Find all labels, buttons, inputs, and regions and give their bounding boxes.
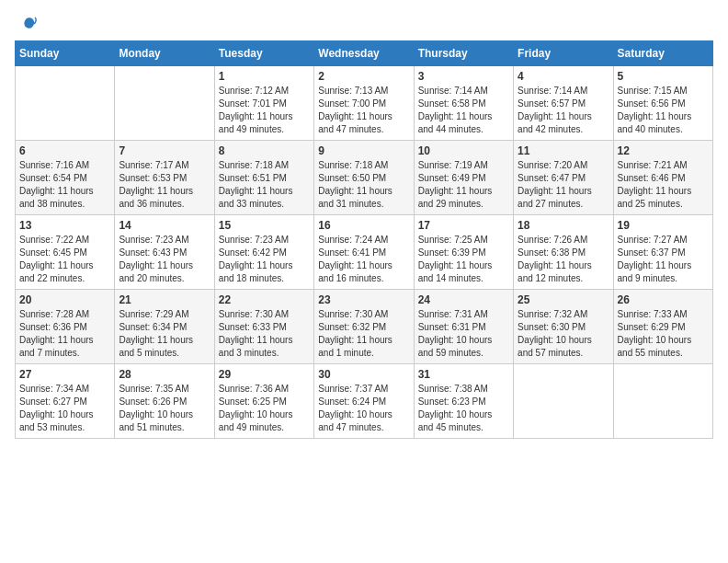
day-number: 10 [418,144,509,157]
day-info: Sunrise: 7:12 AMSunset: 7:01 PMDaylight:… [219,85,310,136]
logo-bird-icon [17,15,37,35]
day-info: Sunrise: 7:28 AMSunset: 6:36 PMDaylight:… [19,308,110,360]
day-number: 16 [318,219,409,232]
calendar-table: SundayMondayTuesdayWednesdayThursdayFrid… [15,40,713,439]
day-cell: 18 Sunrise: 7:26 AMSunset: 6:38 PMDaylig… [514,215,613,290]
header-monday: Monday [115,41,214,66]
day-cell: 15 Sunrise: 7:23 AMSunset: 6:42 PMDaylig… [214,215,313,290]
day-number: 7 [119,144,210,157]
day-number: 24 [418,293,509,306]
day-number: 14 [119,219,210,232]
day-info: Sunrise: 7:30 AMSunset: 6:32 PMDaylight:… [318,308,409,360]
header-wednesday: Wednesday [314,41,414,66]
day-number: 2 [318,70,409,83]
header-saturday: Saturday [613,41,712,66]
day-number: 28 [119,368,210,381]
day-cell: 26 Sunrise: 7:33 AMSunset: 6:29 PMDaylig… [613,290,712,364]
day-info: Sunrise: 7:22 AMSunset: 6:45 PMDaylight:… [19,234,110,285]
day-cell: 8 Sunrise: 7:18 AMSunset: 6:51 PMDayligh… [214,141,313,215]
day-cell: 30 Sunrise: 7:37 AMSunset: 6:24 PMDaylig… [314,364,414,439]
day-info: Sunrise: 7:31 AMSunset: 6:31 PMDaylight:… [418,308,509,360]
day-info: Sunrise: 7:35 AMSunset: 6:26 PMDaylight:… [119,383,210,434]
day-cell: 11 Sunrise: 7:20 AMSunset: 6:47 PMDaylig… [514,141,613,215]
day-cell: 20 Sunrise: 7:28 AMSunset: 6:36 PMDaylig… [16,290,115,364]
day-number: 30 [318,368,409,381]
day-number: 1 [219,70,310,83]
day-info: Sunrise: 7:20 AMSunset: 6:47 PMDaylight:… [518,159,609,211]
day-info: Sunrise: 7:29 AMSunset: 6:34 PMDaylight:… [119,308,210,360]
day-info: Sunrise: 7:30 AMSunset: 6:33 PMDaylight:… [219,308,310,360]
day-number: 27 [19,368,110,381]
day-number: 31 [418,368,509,381]
day-cell: 22 Sunrise: 7:30 AMSunset: 6:33 PMDaylig… [214,290,313,364]
week-row-3: 20 Sunrise: 7:28 AMSunset: 6:36 PMDaylig… [16,290,713,364]
day-cell: 29 Sunrise: 7:36 AMSunset: 6:25 PMDaylig… [214,364,313,439]
day-cell: 17 Sunrise: 7:25 AMSunset: 6:39 PMDaylig… [414,215,513,290]
day-cell: 24 Sunrise: 7:31 AMSunset: 6:31 PMDaylig… [414,290,513,364]
day-info: Sunrise: 7:27 AMSunset: 6:37 PMDaylight:… [618,234,709,285]
day-cell [16,66,115,141]
day-cell: 27 Sunrise: 7:34 AMSunset: 6:27 PMDaylig… [16,364,115,439]
day-number: 29 [219,368,310,381]
header-tuesday: Tuesday [214,41,313,66]
day-cell: 4 Sunrise: 7:14 AMSunset: 6:57 PMDayligh… [514,66,613,141]
day-info: Sunrise: 7:25 AMSunset: 6:39 PMDaylight:… [418,234,509,285]
day-info: Sunrise: 7:14 AMSunset: 6:57 PMDaylight:… [518,85,609,136]
day-info: Sunrise: 7:36 AMSunset: 6:25 PMDaylight:… [219,383,310,434]
day-cell: 7 Sunrise: 7:17 AMSunset: 6:53 PMDayligh… [115,141,214,215]
day-number: 19 [618,219,709,232]
day-number: 22 [219,293,310,306]
week-row-0: 1 Sunrise: 7:12 AMSunset: 7:01 PMDayligh… [16,66,713,141]
day-cell: 12 Sunrise: 7:21 AMSunset: 6:46 PMDaylig… [613,141,712,215]
day-number: 3 [418,70,509,83]
day-info: Sunrise: 7:33 AMSunset: 6:29 PMDaylight:… [618,308,709,360]
day-cell [514,364,613,439]
header-friday: Friday [514,41,613,66]
day-number: 6 [19,144,110,157]
day-info: Sunrise: 7:19 AMSunset: 6:49 PMDaylight:… [418,159,509,211]
day-info: Sunrise: 7:16 AMSunset: 6:54 PMDaylight:… [19,159,110,211]
day-number: 11 [518,144,609,157]
day-number: 26 [618,293,709,306]
day-info: Sunrise: 7:23 AMSunset: 6:42 PMDaylight:… [219,234,310,285]
day-number: 20 [19,293,110,306]
day-info: Sunrise: 7:17 AMSunset: 6:53 PMDaylight:… [119,159,210,211]
day-number: 17 [418,219,509,232]
day-cell: 2 Sunrise: 7:13 AMSunset: 7:00 PMDayligh… [314,66,414,141]
day-info: Sunrise: 7:14 AMSunset: 6:58 PMDaylight:… [418,85,509,136]
day-number: 13 [19,219,110,232]
day-cell: 3 Sunrise: 7:14 AMSunset: 6:58 PMDayligh… [414,66,513,141]
day-cell: 28 Sunrise: 7:35 AMSunset: 6:26 PMDaylig… [115,364,214,439]
day-info: Sunrise: 7:21 AMSunset: 6:46 PMDaylight:… [618,159,709,211]
day-number: 8 [219,144,310,157]
day-cell: 13 Sunrise: 7:22 AMSunset: 6:45 PMDaylig… [16,215,115,290]
day-cell: 9 Sunrise: 7:18 AMSunset: 6:50 PMDayligh… [314,141,414,215]
day-number: 15 [219,219,310,232]
header-sunday: Sunday [16,41,115,66]
day-info: Sunrise: 7:24 AMSunset: 6:41 PMDaylight:… [318,234,409,285]
day-cell: 5 Sunrise: 7:15 AMSunset: 6:56 PMDayligh… [613,66,712,141]
day-number: 25 [518,293,609,306]
day-number: 5 [618,70,709,83]
day-info: Sunrise: 7:32 AMSunset: 6:30 PMDaylight:… [518,308,609,360]
logo [15,15,37,31]
day-number: 12 [618,144,709,157]
day-info: Sunrise: 7:15 AMSunset: 6:56 PMDaylight:… [618,85,709,136]
day-info: Sunrise: 7:26 AMSunset: 6:38 PMDaylight:… [518,234,609,285]
day-info: Sunrise: 7:18 AMSunset: 6:50 PMDaylight:… [318,159,409,211]
day-info: Sunrise: 7:37 AMSunset: 6:24 PMDaylight:… [318,383,409,434]
week-row-4: 27 Sunrise: 7:34 AMSunset: 6:27 PMDaylig… [16,364,713,439]
day-number: 9 [318,144,409,157]
day-cell: 31 Sunrise: 7:38 AMSunset: 6:23 PMDaylig… [414,364,513,439]
day-cell: 23 Sunrise: 7:30 AMSunset: 6:32 PMDaylig… [314,290,414,364]
week-row-1: 6 Sunrise: 7:16 AMSunset: 6:54 PMDayligh… [16,141,713,215]
day-cell [115,66,214,141]
day-info: Sunrise: 7:13 AMSunset: 7:00 PMDaylight:… [318,85,409,136]
day-number: 21 [119,293,210,306]
week-row-2: 13 Sunrise: 7:22 AMSunset: 6:45 PMDaylig… [16,215,713,290]
day-cell: 19 Sunrise: 7:27 AMSunset: 6:37 PMDaylig… [613,215,712,290]
day-cell: 6 Sunrise: 7:16 AMSunset: 6:54 PMDayligh… [16,141,115,215]
day-info: Sunrise: 7:38 AMSunset: 6:23 PMDaylight:… [418,383,509,434]
day-number: 18 [518,219,609,232]
day-cell: 10 Sunrise: 7:19 AMSunset: 6:49 PMDaylig… [414,141,513,215]
